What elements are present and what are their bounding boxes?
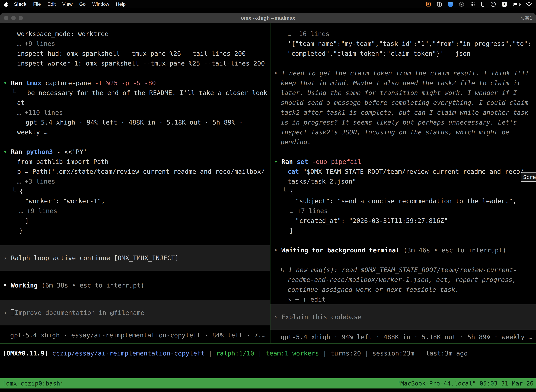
pane-divider-vertical[interactable] — [270, 23, 270, 343]
ran-command-line: • Ran set -euo pipefail — [270, 157, 536, 167]
apple-menu-icon[interactable] — [4, 2, 9, 7]
thinking-line: inspect task2's JSON, focusing on the st… — [270, 127, 536, 137]
tmux-host-clock-label: "MacBook-Pro-44.local" 05:03 31-Mar-26 — [397, 380, 534, 387]
text-segment: set — [297, 158, 308, 165]
menu-go[interactable]: Go — [79, 2, 86, 7]
text-segment: ↳ — [281, 266, 288, 273]
command-body-line: p = Path('.omx/state/team/review-current… — [0, 167, 270, 177]
menu-bar: Slack FileEditViewGoWindowHelp 61 A — [0, 0, 536, 9]
tmux-session-label: [omx-cczip0:bash* — [2, 380, 64, 387]
text-segment: | — [319, 350, 330, 357]
thinking-line: task2 after task1 is complete, but can I… — [270, 108, 536, 117]
wifi-icon[interactable] — [526, 2, 532, 6]
text-segment: | — [361, 350, 372, 357]
text-segment: -t %25 -p -S -80 — [95, 79, 156, 87]
thinking-line: keep that in mind. Maybe I also need the… — [270, 78, 536, 88]
menu-file[interactable]: File — [33, 2, 41, 7]
text-segment: └ — [12, 89, 27, 96]
input-source-indicator[interactable]: A — [502, 2, 507, 7]
edit-hint-line: ⌥ + ↑ edit — [270, 294, 536, 304]
text-segment: ⌥ + ↑ edit — [287, 296, 326, 303]
text-segment: Explain this codebase — [281, 313, 361, 321]
text-segment: - <<'PY' — [53, 148, 87, 155]
text-segment: should send a message before completing … — [281, 99, 528, 106]
text-segment: from pathlib import Path — [17, 158, 109, 165]
mailbox-notice-line: readme-and-reco/mailbox/worker-1.json, a… — [270, 275, 536, 285]
text-segment: tmux — [26, 79, 42, 87]
close-button[interactable] — [4, 16, 8, 20]
right-pane[interactable]: … +16 lines'{"team_name":"my-team","task… — [270, 23, 536, 343]
menu-help[interactable]: Help — [116, 2, 126, 7]
terminal-window: omx --xhigh --madmax ⌥⌘1 workspace_mode:… — [0, 13, 536, 392]
menu-view[interactable]: View — [62, 2, 73, 7]
menu-bar-status-area: 61 A — [426, 2, 532, 7]
composer-input-line[interactable]: › Explain this codebase — [270, 304, 536, 330]
text-segment: readme-and-reco/mailbox/worker-1.json, a… — [287, 276, 516, 283]
text-segment: └ — [282, 187, 290, 195]
text-segment: '{"team_name":"my-team","task_id":"1","f… — [287, 40, 531, 47]
battery-icon[interactable] — [513, 3, 520, 6]
blue-app-icon[interactable] — [448, 2, 453, 7]
text-segment: | — [414, 350, 426, 357]
text-segment: team:1 workers — [266, 350, 319, 357]
command-body-line: tasks/task-2.json" — [270, 177, 536, 186]
text-segment: … +3 lines — [17, 178, 55, 185]
text-segment: "worker": "worker-1", — [25, 197, 105, 205]
text-segment: turns:20 — [330, 350, 361, 357]
terminal-content: workspace_mode: worktree… +9 linesinspec… — [0, 23, 536, 392]
minimize-button[interactable] — [11, 16, 16, 20]
menu-window[interactable]: Window — [92, 2, 109, 7]
text-segment: -euo pipefail — [308, 158, 361, 165]
output-more-line: … +110 lines — [0, 108, 270, 117]
composer-input-line[interactable]: › Improve documentation in @filename — [0, 300, 270, 325]
text-segment: └ — [12, 187, 19, 195]
text-segment: | — [254, 350, 266, 357]
battery-percent-badge[interactable]: 61 — [491, 2, 496, 7]
text-segment: later. Using the same for transition mig… — [281, 89, 517, 96]
active-app-name[interactable]: Slack — [14, 2, 27, 7]
output-more-line: … +3 lines — [0, 177, 270, 186]
window-tiles-icon[interactable] — [437, 2, 442, 7]
text-segment: is in progress? It seems likely but perh… — [281, 119, 517, 126]
text-segment: session:23m — [372, 350, 414, 357]
text-segment: workspace_mode: worktree — [17, 30, 109, 37]
output-line: workspace_mode: worktree — [0, 29, 270, 39]
thinking-line: • I need to get the claim token from the… — [270, 68, 536, 78]
traffic-lights — [0, 16, 23, 20]
text-segment: } — [290, 227, 293, 234]
text-segment: Waiting for background terminal — [281, 247, 400, 254]
text-segment: › — [3, 309, 11, 316]
text-segment: | — [205, 350, 216, 357]
output-more-line: … +16 lines — [270, 29, 536, 39]
text-segment: inspect task2's JSON, focusing on the st… — [281, 129, 509, 136]
text-segment: inspect_worker-1: omx sparkshell --tmux-… — [17, 60, 265, 67]
menu-edit[interactable]: Edit — [48, 2, 56, 7]
text-segment: … +9 lines — [19, 207, 57, 215]
omx-status-line: [OMX#0.11.9] cczip/essay/ai-reimplementa… — [3, 348, 468, 358]
dots-grid-icon[interactable] — [470, 2, 475, 7]
window-title-bar[interactable]: omx --xhigh --madmax ⌥⌘1 — [0, 13, 536, 23]
hud-footer-line: gpt-5.4 xhigh · 94% left · 488K in · 5.1… — [270, 332, 536, 342]
left-pane[interactable]: workspace_mode: worktree… +9 linesinspec… — [0, 23, 270, 343]
text-segment: task2 after task1 is complete, but can I… — [281, 109, 528, 116]
text-segment: ] — [25, 217, 29, 224]
text-segment: gpt-5.4 xhigh · 94% left · 488K in · 5.1… — [26, 119, 243, 126]
text-segment: Improve documentation in @filename — [15, 309, 144, 316]
text-segment: } — [19, 227, 23, 234]
text-segment: gpt-5.4 xhigh · 94% left · 488K in · 5.1… — [281, 333, 532, 341]
text-segment: › — [3, 254, 11, 261]
clipped-overlay-label: Scre — [521, 173, 536, 182]
output-line: "worker": "worker-1", — [0, 196, 270, 206]
window-shortcut-hint: ⌥⌘1 — [519, 15, 532, 21]
text-segment: at — [17, 99, 25, 106]
text-segment: "created_at": "2026-03-31T11:59:27.816Z" — [295, 217, 448, 224]
tmux-status-bar: [omx-cczip0:bash* "MacBook-Pro-44.local"… — [0, 378, 536, 388]
command-body-line: from pathlib import Path — [0, 157, 270, 167]
dark-app-icon[interactable] — [459, 2, 464, 7]
text-segment: cczip/essay/ai-reimplementation-copyleft — [52, 350, 205, 357]
screen-recording-indicator-icon[interactable] — [426, 2, 431, 6]
output-line: inspect_hud: omx sparkshell --tmux-pane … — [0, 49, 270, 58]
zoom-button[interactable] — [19, 16, 23, 20]
output-line: "completed","claim_token":"claim-token"}… — [270, 49, 536, 58]
device-icon[interactable] — [481, 2, 484, 7]
